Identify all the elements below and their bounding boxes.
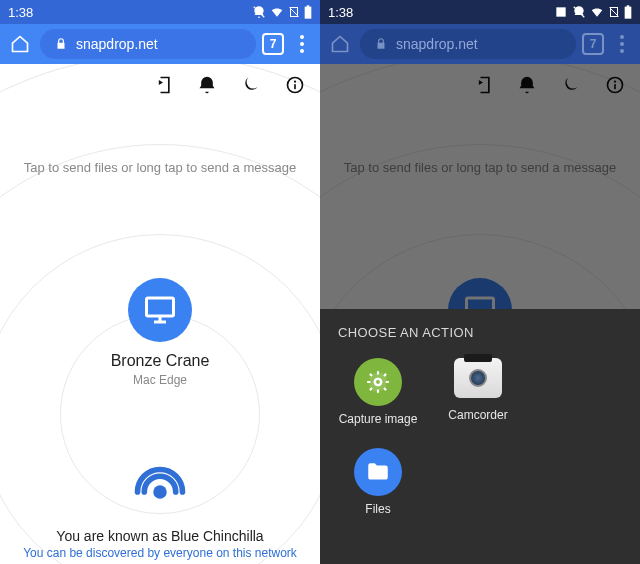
url-field[interactable]: snapdrop.net — [40, 29, 256, 59]
action-label: Capture image — [339, 412, 418, 426]
status-bar: 1:38 — [320, 0, 640, 24]
address-bar: snapdrop.net 7 — [0, 24, 320, 64]
known-as-text: You are known as Blue Chinchilla — [0, 528, 320, 544]
status-indicators — [252, 5, 312, 19]
action-camcorder[interactable]: Camcorder — [438, 358, 518, 426]
action-files[interactable]: Files — [338, 448, 418, 516]
sheet-title: CHOOSE AN ACTION — [338, 325, 622, 340]
instruction-text: Tap to send files or long tap to send a … — [0, 160, 320, 175]
status-time: 1:38 — [8, 5, 33, 20]
dnd-icon — [252, 5, 266, 19]
menu-button[interactable] — [290, 35, 314, 53]
beacon-icon — [132, 464, 188, 520]
status-indicators — [554, 5, 632, 19]
discover-text: You can be discovered by everyone on thi… — [0, 546, 320, 560]
device-name: Bronze Crane — [0, 352, 320, 370]
bell-icon[interactable] — [196, 74, 218, 96]
screenshot-icon — [554, 5, 568, 19]
page-content: Tap to send files or long tap to send a … — [320, 64, 640, 564]
battery-icon — [624, 5, 632, 19]
device-card[interactable]: Bronze Crane Mac Edge — [0, 278, 320, 387]
action-capture-image[interactable]: Capture image — [338, 358, 418, 426]
status-bar: 1:38 — [0, 0, 320, 24]
screenshot-left: 1:38 snapdrop.net 7 Tap to send files or… — [0, 0, 320, 564]
address-bar: snapdrop.net 7 — [320, 24, 640, 64]
no-sim-icon — [608, 5, 620, 19]
no-sim-icon — [288, 5, 300, 19]
device-sub: Mac Edge — [0, 373, 320, 387]
action-row-2: Files — [338, 448, 622, 516]
action-row-1: Capture image Camcorder — [338, 358, 622, 426]
dnd-icon — [572, 5, 586, 19]
install-icon[interactable] — [152, 74, 174, 96]
home-button[interactable] — [326, 30, 354, 58]
darkmode-icon[interactable] — [240, 74, 262, 96]
action-label: Camcorder — [448, 408, 507, 422]
svg-rect-4 — [307, 5, 310, 7]
tab-switcher[interactable]: 7 — [582, 33, 604, 55]
wifi-icon — [270, 5, 284, 19]
wifi-icon — [590, 5, 604, 19]
info-icon[interactable] — [284, 74, 306, 96]
home-button[interactable] — [6, 30, 34, 58]
svg-rect-7 — [294, 84, 296, 89]
url-text: snapdrop.net — [76, 36, 158, 52]
action-label: Files — [365, 502, 390, 516]
desktop-icon — [128, 278, 192, 342]
page-content: Tap to send files or long tap to send a … — [0, 64, 320, 564]
gear-icon — [354, 358, 402, 406]
svg-rect-10 — [556, 7, 565, 16]
footer: You are known as Blue Chinchilla You can… — [0, 464, 320, 564]
action-sheet: CHOOSE AN ACTION Capture image Camcorder — [320, 309, 640, 564]
battery-icon — [304, 5, 312, 19]
screenshot-right: 1:38 snapdrop.net 7 Tap to send files or… — [320, 0, 640, 564]
svg-point-9 — [153, 485, 167, 499]
menu-button[interactable] — [610, 35, 634, 53]
svg-rect-3 — [305, 7, 312, 19]
url-field[interactable]: snapdrop.net — [360, 29, 576, 59]
svg-point-6 — [294, 81, 296, 83]
status-time: 1:38 — [328, 5, 353, 20]
url-text: snapdrop.net — [396, 36, 478, 52]
app-toolbar — [152, 74, 306, 96]
tab-switcher[interactable]: 7 — [262, 33, 284, 55]
svg-rect-15 — [627, 5, 630, 7]
folder-icon — [354, 448, 402, 496]
lock-icon — [374, 37, 388, 51]
camera-icon — [454, 358, 502, 398]
lock-icon — [54, 37, 68, 51]
svg-rect-14 — [625, 7, 632, 19]
svg-rect-8 — [147, 298, 174, 316]
